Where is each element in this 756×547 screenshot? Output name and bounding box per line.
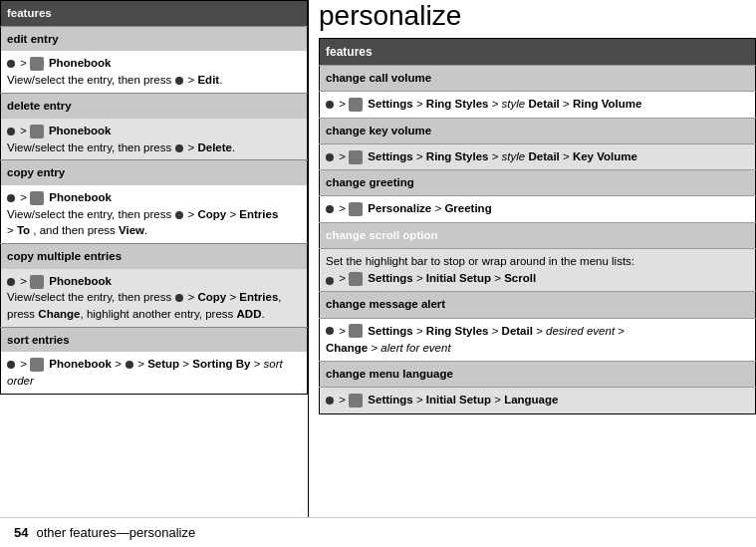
nav-arrow-cm2: > bbox=[188, 291, 198, 303]
left-section-edit-entry: edit entry bbox=[1, 26, 308, 51]
r6-gt2: > bbox=[494, 394, 504, 406]
left-content-copy-text: > Phonebook View/select the entry, then … bbox=[1, 185, 308, 244]
phonebook-label-cm1: Phonebook bbox=[49, 275, 112, 287]
left-content-edit-entry: > Phonebook View/select the entry, then … bbox=[1, 51, 308, 93]
right-section-key-volume-label: change key volume bbox=[320, 118, 756, 143]
sort-gt1: > bbox=[115, 358, 125, 370]
right-content-greeting-text: > Personalize > Greeting bbox=[320, 196, 756, 222]
r2-key-volume: Key Volume bbox=[573, 150, 637, 162]
copy-bold: Copy bbox=[197, 208, 226, 220]
nav-arrow-cm1: > bbox=[20, 275, 30, 287]
right-content-key-volume: > Settings > Ring Styles > style Detail … bbox=[320, 143, 756, 169]
copy-multi-rest: press Change, highlight another entry, p… bbox=[7, 308, 265, 320]
left-section-copy-multi-label: copy multiple entries bbox=[1, 243, 308, 268]
phonebook-label-1: Phonebook bbox=[49, 57, 112, 69]
scroll-body: Set the highlight bar to stop or wrap ar… bbox=[326, 255, 634, 267]
left-section-copy-label: copy entry bbox=[1, 160, 308, 185]
right-section-language: change menu language bbox=[320, 362, 756, 388]
r2-gt3: > bbox=[563, 150, 573, 162]
r3-greeting: Greeting bbox=[444, 202, 491, 214]
nav-bullet-c1 bbox=[7, 194, 15, 202]
left-content-delete-text: > Phonebook View/select the entry, then … bbox=[1, 119, 308, 160]
phonebook-label-d1: Phonebook bbox=[49, 125, 112, 137]
delete-period: . bbox=[232, 141, 235, 153]
left-content-sort: > Phonebook > > Setup > Sorting By > sor… bbox=[1, 352, 308, 394]
right-title: personalize bbox=[319, 0, 756, 32]
phonebook-icon-s1 bbox=[30, 358, 44, 372]
right-content-scroll-text: Set the highlight bar to stop or wrap ar… bbox=[320, 248, 756, 292]
right-content-call-volume-text: > Settings > Ring Styles > style Detail … bbox=[320, 92, 756, 118]
right-section-language-label: change menu language bbox=[320, 362, 756, 388]
r2-ring-styles: Ring Styles bbox=[426, 150, 489, 162]
personalize-label-r3: Personalize bbox=[368, 202, 431, 214]
r2-gt2: > bbox=[492, 150, 502, 162]
r1-gt3: > bbox=[563, 98, 573, 110]
settings-label-r2: Settings bbox=[368, 150, 412, 162]
left-section-edit-label: edit entry bbox=[1, 26, 308, 51]
phonebook-label-s1: Phonebook bbox=[49, 358, 112, 370]
r1-gt2: > bbox=[492, 98, 502, 110]
r4-gt2: > bbox=[494, 272, 504, 284]
right-content-language: > Settings > Initial Setup > Language bbox=[320, 388, 756, 413]
nav-bullet-d1 bbox=[7, 128, 15, 136]
nav-arrow-r4: > bbox=[339, 272, 349, 284]
r5-alert-for-event: alert for event bbox=[380, 342, 450, 354]
copy-gt-cm: > bbox=[229, 291, 239, 303]
right-section-message-alert-label: change message alert bbox=[320, 292, 756, 318]
nav-bullet-r4 bbox=[326, 277, 334, 285]
r5-gt1: > bbox=[416, 325, 426, 337]
left-panel: features edit entry > Phonebook View/sel… bbox=[0, 0, 309, 517]
nav-arrow-s1: > bbox=[20, 358, 30, 370]
entries-bold-cm: Entries bbox=[239, 291, 278, 303]
settings-label-r1: Settings bbox=[368, 98, 412, 110]
right-content-message-alert-text: > Settings > Ring Styles > Detail > desi… bbox=[320, 318, 756, 362]
nav-arrow-d1: > bbox=[20, 125, 29, 137]
main-content: features edit entry > Phonebook View/sel… bbox=[0, 0, 756, 517]
sort-gt2: > bbox=[137, 358, 147, 370]
view-bold: View bbox=[119, 224, 144, 236]
left-table-header: features bbox=[1, 1, 308, 27]
nav-arrow-r2: > bbox=[339, 150, 349, 162]
edit-bold: Edit bbox=[197, 74, 219, 86]
r5-gt5: > bbox=[371, 342, 380, 354]
r5-gt2: > bbox=[492, 325, 502, 337]
settings-label-r5: Settings bbox=[368, 325, 412, 337]
right-section-call-volume: change call volume bbox=[320, 66, 756, 92]
copy-bold-cm: Copy bbox=[197, 291, 226, 303]
nav-bullet-cm1 bbox=[7, 278, 15, 286]
left-features-table: features edit entry > Phonebook View/sel… bbox=[0, 0, 308, 395]
r4-gt1: > bbox=[416, 272, 426, 284]
delete-bold: Delete bbox=[197, 141, 232, 153]
left-table-header-row: features bbox=[1, 1, 308, 27]
settings-icon-r2 bbox=[349, 150, 363, 164]
personalize-icon-r3 bbox=[349, 202, 363, 216]
nav-bullet-2 bbox=[175, 77, 183, 85]
r1-detail: Detail bbox=[528, 98, 559, 110]
r1-style-italic: style bbox=[502, 98, 526, 110]
right-section-scroll: change scroll option bbox=[320, 222, 756, 248]
r5-ring-styles: Ring Styles bbox=[426, 325, 489, 337]
right-panel: personalize features change call volume … bbox=[309, 0, 756, 517]
page-number: 54 bbox=[14, 525, 28, 540]
r3-gt1: > bbox=[434, 202, 444, 214]
settings-label-r4: Settings bbox=[368, 272, 412, 284]
right-table-header: features bbox=[320, 39, 756, 66]
phonebook-icon-c1 bbox=[30, 191, 44, 205]
right-content-message-alert: > Settings > Ring Styles > Detail > desi… bbox=[320, 318, 756, 362]
left-section-sort: sort entries bbox=[1, 327, 308, 352]
copy-period: . bbox=[144, 224, 147, 236]
left-content-sort-text: > Phonebook > > Setup > Sorting By > sor… bbox=[1, 352, 308, 394]
left-content-delete-entry: > Phonebook View/select the entry, then … bbox=[1, 119, 308, 160]
setup-bold: Setup bbox=[147, 358, 179, 370]
edit-instruction: View/select the entry, then press bbox=[7, 74, 174, 86]
nav-bullet-r2 bbox=[326, 153, 334, 161]
right-content-scroll: Set the highlight bar to stop or wrap ar… bbox=[320, 248, 756, 292]
r6-gt1: > bbox=[416, 394, 426, 406]
r5-gt3: > bbox=[536, 325, 546, 337]
settings-icon-r6 bbox=[349, 394, 363, 408]
r6-language: Language bbox=[504, 394, 558, 406]
left-content-edit-text: > Phonebook View/select the entry, then … bbox=[1, 51, 308, 93]
nav-arrow-r6: > bbox=[339, 394, 349, 406]
left-section-copy-multi: copy multiple entries bbox=[1, 243, 308, 268]
bottom-label: other features—personalize bbox=[36, 525, 195, 540]
